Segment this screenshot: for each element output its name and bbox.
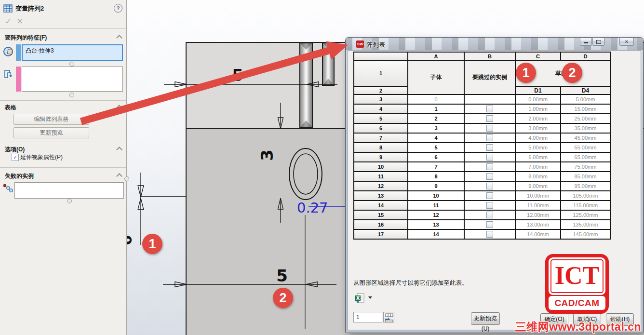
d4-value-cell[interactable]: 115.00mm <box>561 201 610 210</box>
d1-value-cell[interactable]: 1.00mm <box>515 104 561 114</box>
child-value-cell[interactable]: 0 <box>408 94 464 104</box>
dropdown-caret-icon[interactable] <box>368 296 372 299</box>
dialog-titlebar[interactable]: SW 阵列表 ✕ <box>346 38 643 50</box>
child-value-cell[interactable]: 4 <box>408 133 464 143</box>
ict-logo-cadcam-text: CAD/CAM <box>549 296 605 310</box>
skip-instance-checkbox[interactable] <box>486 154 493 161</box>
help-icon[interactable]: ? <box>114 4 122 13</box>
skip-instance-checkbox[interactable] <box>486 134 493 141</box>
skip-instance-checkbox[interactable] <box>486 144 493 151</box>
d1-value-cell[interactable]: 9.00mm <box>515 181 561 191</box>
d1-value-cell[interactable]: 13.00mm <box>515 220 561 229</box>
propagate-visual-properties-checkbox[interactable]: ✓ <box>12 154 19 161</box>
slot-feature-2[interactable] <box>322 42 335 86</box>
d4-value-cell[interactable]: 65.00mm <box>561 152 610 162</box>
child-value-cell[interactable]: 14 <box>408 229 464 239</box>
excel-import-icon[interactable]: X <box>355 293 365 303</box>
section-failed-instances[interactable]: 失败的实例 <box>5 172 34 180</box>
child-value-cell[interactable]: 7 <box>408 162 464 172</box>
section-options[interactable]: 选项(O) <box>5 146 25 154</box>
d4-value-cell[interactable]: 35.00mm <box>561 123 610 133</box>
skip-instance-checkbox[interactable] <box>486 221 493 228</box>
resize-handle[interactable] <box>67 199 72 203</box>
d1-value-cell[interactable]: 11.00mm <box>515 201 561 210</box>
d4-value-cell[interactable]: 85.00mm <box>561 172 610 181</box>
skip-instance-checkbox[interactable] <box>486 173 493 180</box>
d1-value-cell[interactable]: 2.00mm <box>515 114 561 123</box>
d4-value-cell[interactable]: 55.00mm <box>561 143 610 152</box>
d1-value-cell[interactable]: 4.00mm <box>515 133 561 143</box>
child-value-cell[interactable]: 5 <box>408 143 464 152</box>
maximize-button[interactable] <box>592 38 604 46</box>
child-value-cell[interactable]: 3 <box>408 123 464 133</box>
cancel-icon[interactable]: ✕ <box>16 16 23 27</box>
update-preview-dialog-button[interactable]: 更新预览(U) <box>471 312 500 325</box>
child-value-cell[interactable]: 11 <box>408 201 464 210</box>
minimize-button[interactable] <box>580 38 592 46</box>
update-preview-button[interactable]: 更新预览 <box>13 127 89 138</box>
skip-instance-checkbox[interactable] <box>486 183 493 189</box>
section-features-to-pattern[interactable]: 要阵列的特征(F) <box>5 34 47 42</box>
collapse-chevron-icon[interactable] <box>117 146 121 150</box>
child-value-cell[interactable]: 8 <box>408 172 464 181</box>
d1-value-cell[interactable]: 6.00mm <box>515 152 561 162</box>
pattern-table-row: 141111.00mm115.00mm <box>354 201 610 210</box>
skip-instance-checkbox[interactable] <box>486 231 493 238</box>
skip-instance-checkbox[interactable] <box>486 125 493 132</box>
d1-value-cell[interactable]: 14.00mm <box>515 229 561 239</box>
pattern-table-row: 300.00mm5.00mm <box>354 94 610 104</box>
d4-value-cell[interactable]: 25.00mm <box>561 114 610 123</box>
dim-arrow <box>175 82 187 87</box>
d1-value-cell[interactable]: 0.00mm <box>515 94 561 104</box>
child-value-cell[interactable]: 2 <box>408 114 464 123</box>
d4-value-cell[interactable]: 145.00mm <box>561 229 610 239</box>
d4-value-cell[interactable]: 75.00mm <box>561 162 610 172</box>
reference-selection-box[interactable] <box>22 67 123 92</box>
d4-value-cell[interactable]: 45.00mm <box>561 133 610 143</box>
slot-feature-1[interactable] <box>299 42 313 128</box>
edit-pattern-table-button[interactable]: 编辑阵列表格 <box>13 114 89 125</box>
confirm-icon[interactable]: ✓ <box>5 16 12 27</box>
d1-value-cell[interactable]: 3.00mm <box>515 123 561 133</box>
row-count-input[interactable]: 1 <box>353 312 382 322</box>
skip-instance-checkbox[interactable] <box>486 163 493 170</box>
close-button[interactable]: ✕ <box>619 38 634 46</box>
d1-value-cell[interactable]: 5.00mm <box>515 143 561 152</box>
panel-splitter-handle[interactable] <box>124 176 129 181</box>
d4-value-cell[interactable]: 135.00mm <box>561 220 610 229</box>
d1-value-cell[interactable]: 10.00mm <box>515 191 561 201</box>
child-value-cell[interactable]: 10 <box>408 191 464 201</box>
skip-instance-checkbox[interactable] <box>486 115 493 122</box>
skip-instance-checkbox[interactable] <box>486 212 493 218</box>
resize-handle[interactable] <box>69 62 74 67</box>
d4-value-cell[interactable]: 15.00mm <box>561 104 610 114</box>
d1-value-cell[interactable]: 12.00mm <box>515 210 561 220</box>
d1-value-cell[interactable]: 7.00mm <box>515 162 561 172</box>
skip-instance-checkbox[interactable] <box>486 192 493 199</box>
failed-instances-list[interactable] <box>14 182 124 199</box>
pattern-table-row: 411.00mm15.00mm <box>354 104 610 114</box>
skip-instance-checkbox[interactable] <box>486 106 493 112</box>
d1-value-cell[interactable]: 8.00mm <box>515 172 561 181</box>
collapse-chevron-icon[interactable] <box>117 34 121 39</box>
skip-instance-checkbox[interactable] <box>486 202 493 209</box>
child-value-cell[interactable]: 13 <box>408 220 464 229</box>
features-selection-box[interactable]: 凸台-拉伸3 <box>22 44 123 61</box>
child-value-cell[interactable]: 9 <box>408 181 464 191</box>
d4-value-cell[interactable]: 95.00mm <box>561 181 610 191</box>
d4-value-cell[interactable]: 105.00mm <box>561 191 610 201</box>
d4-value-cell[interactable]: 125.00mm <box>561 210 610 220</box>
collapse-chevron-icon[interactable] <box>117 173 121 177</box>
row-number-cell: 5 <box>354 114 408 123</box>
skip-instance-cell <box>464 143 515 152</box>
collapse-chevron-icon[interactable] <box>117 104 121 108</box>
d4-value-cell[interactable]: 5.00mm <box>561 94 610 104</box>
child-value-cell[interactable]: 12 <box>408 210 464 220</box>
column-letter-d: D <box>561 52 610 60</box>
row-number-cell: 16 <box>354 220 408 229</box>
resize-handle[interactable] <box>69 93 74 97</box>
child-value-cell[interactable]: 1 <box>408 104 464 114</box>
add-rows-button[interactable] <box>383 312 394 322</box>
section-table[interactable]: 表格 <box>5 104 16 112</box>
child-value-cell[interactable]: 6 <box>408 152 464 162</box>
